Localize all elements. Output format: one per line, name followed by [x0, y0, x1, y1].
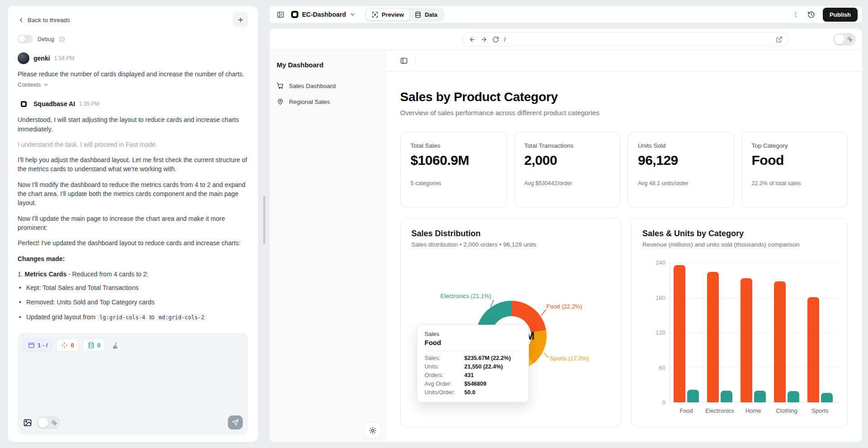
contexts-toggle[interactable]: Contexts	[18, 81, 248, 88]
browser-bar: /	[269, 28, 862, 50]
dashboard-toolbar	[386, 50, 862, 72]
bar-sports-units[interactable]	[821, 393, 833, 402]
clear-context-button[interactable]	[109, 338, 123, 352]
message-list: genki 1:34 PM Please reduce the number o…	[18, 52, 248, 328]
callout-food: Food (22.2%)	[547, 303, 582, 310]
more-menu-button[interactable]	[789, 8, 802, 21]
bar-plot[interactable]: 060120180240FoodElectronicsHomeClothingS…	[670, 262, 839, 402]
composer[interactable]: 1 - / 0 0	[18, 333, 248, 435]
nav-item-label: Sales Dashboard	[289, 83, 336, 89]
chat-scrollbar[interactable]	[263, 196, 265, 244]
bar-electronics-revenue[interactable]	[707, 272, 719, 402]
send-button[interactable]	[228, 415, 243, 429]
tab-data[interactable]: Data	[409, 9, 443, 20]
tab-preview-label: Preview	[382, 11, 404, 18]
panel-left-icon	[400, 57, 408, 65]
data-chip[interactable]: 0	[83, 339, 105, 352]
new-thread-button[interactable]	[233, 12, 248, 28]
reload-icon[interactable]	[492, 36, 499, 43]
nav-item-sales-dashboard[interactable]: Sales Dashboard	[277, 82, 378, 89]
sun-icon	[369, 427, 377, 434]
y-axis-tick: 240	[656, 259, 665, 266]
dashboard-sidebar-title: My Dashboard	[277, 61, 378, 69]
back-to-threads-link[interactable]: Back to threads	[18, 17, 70, 23]
gridline	[670, 262, 839, 263]
metric-label: Units Sold	[638, 142, 724, 149]
sidebar-collapse-button[interactable]	[274, 8, 287, 21]
ai-message-body: Understood, I will start adjusting the l…	[18, 115, 248, 328]
pages-chip[interactable]: 1 - /	[23, 339, 52, 352]
ai-paragraph: Now I'll update the main page to increas…	[18, 214, 248, 233]
ai-name: Squadbase AI	[33, 100, 75, 107]
dashboard-content: Sales by Product Category Overview of sa…	[386, 72, 862, 427]
history-button[interactable]	[805, 8, 817, 21]
attach-image-button[interactable]	[23, 418, 32, 427]
metric-label: Total Transactions	[524, 142, 610, 149]
user-message: genki 1:34 PM Please reduce the number o…	[18, 52, 248, 88]
image-icon	[23, 418, 32, 427]
tooltip-rows: Sales:$235.67M (22.2%)Units:21,550 (22.4…	[425, 355, 521, 396]
bar-food-units[interactable]	[687, 390, 699, 402]
project-brand[interactable]: EC-Dashboard	[291, 11, 356, 18]
dashboard-main: Sales by Product Category Overview of sa…	[386, 50, 862, 442]
tab-preview[interactable]: Preview	[366, 9, 409, 20]
metric-footer: 5 categories	[410, 180, 496, 187]
bar-clothing-units[interactable]	[788, 391, 799, 402]
user-message-time: 1:34 PM	[54, 55, 75, 61]
tooltip-row-value: $546809	[464, 381, 521, 387]
ai-message-time: 1:35 PM	[79, 101, 99, 107]
tooltip-row-label: Orders:	[425, 372, 464, 378]
pages-chip-label: 1 - /	[38, 342, 47, 349]
project-name: EC-Dashboard	[302, 11, 346, 18]
tooltip-row-label: Sales:	[425, 355, 464, 361]
debug-toggle[interactable]	[18, 35, 33, 43]
dashboard-sidebar-toggle[interactable]	[397, 55, 410, 67]
components-chip[interactable]: 0	[56, 339, 79, 352]
database-icon	[415, 11, 421, 18]
agent-mode-toggle[interactable]	[37, 416, 60, 429]
composer-bottom	[23, 415, 243, 429]
map-pin-icon	[277, 98, 284, 105]
composer-chips: 1 - / 0 0	[23, 338, 243, 352]
bar-electronics-units[interactable]	[721, 391, 732, 402]
tab-data-label: Data	[425, 11, 437, 18]
ai-message: Squadbase AI 1:35 PM Understood, I will …	[18, 98, 248, 328]
metric-value: 2,000	[524, 153, 610, 168]
bar-home-units[interactable]	[754, 391, 766, 402]
bar-food-revenue[interactable]	[674, 265, 685, 402]
ai-paragraph: I understand the task. I will proceed in…	[18, 140, 248, 149]
chat-panel: Back to threads Debug genki 1:34 PM Plea…	[7, 5, 259, 443]
user-name: genki	[33, 55, 50, 62]
x-axis-label: Electronics	[701, 407, 739, 414]
theme-toggle-button[interactable]	[364, 422, 381, 439]
arrow-right-icon[interactable]	[481, 36, 487, 43]
bar-sports-revenue[interactable]	[807, 297, 819, 402]
external-link-icon[interactable]	[776, 36, 783, 43]
ai-paragraph: •Kept: Total Sales and Total Transaction…	[18, 283, 248, 292]
squadbase-logo-icon	[21, 101, 27, 107]
ai-paragraph: 1. Metrics Cards - Reduced from 4 cards …	[18, 270, 248, 279]
ai-paragraph: •Updated grid layout from lg:grid-cols-4…	[18, 313, 248, 322]
page-subtitle: Overview of sales performance across dif…	[400, 109, 848, 117]
send-icon	[232, 419, 239, 426]
url-bar[interactable]: /	[462, 32, 789, 47]
x-axis-label: Clothing	[768, 407, 806, 414]
broom-icon	[112, 341, 119, 349]
panel-left-icon	[277, 11, 284, 19]
shopping-cart-icon	[277, 82, 284, 89]
preview-card: / My Dashboard Sales Dashboard	[269, 28, 863, 443]
url-path[interactable]: /	[504, 36, 506, 43]
bar-clothing-revenue[interactable]	[774, 281, 786, 402]
nav-item-regional-sales[interactable]: Regional Sales	[277, 98, 378, 105]
preview-body: My Dashboard Sales Dashboard Regional Sa…	[269, 50, 862, 442]
sales-units-card: Sales & Units by Category Revenue (milli…	[631, 218, 848, 427]
publish-button[interactable]: Publish	[823, 8, 858, 22]
contexts-label: Contexts	[18, 81, 41, 88]
select-mode-toggle[interactable]	[833, 33, 856, 46]
user-message-header: genki 1:34 PM	[18, 52, 248, 64]
tooltip-row-value: $235.67M (22.2%)	[464, 355, 521, 361]
arrow-left-icon[interactable]	[469, 36, 476, 43]
bar-home-revenue[interactable]	[741, 278, 752, 402]
callout-sports: Sports (17.0%)	[550, 355, 589, 362]
app-root: Back to threads Debug genki 1:34 PM Plea…	[0, 0, 868, 448]
